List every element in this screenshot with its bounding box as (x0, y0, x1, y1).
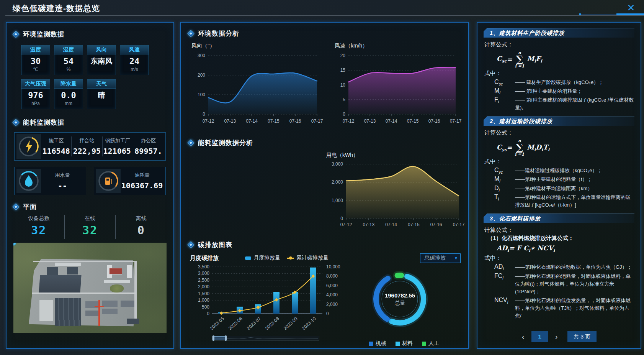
definition-text: ——建材运输过程碳排放（kgCO₂e）； (515, 167, 634, 174)
svg-text:6,000: 6,000 (326, 283, 338, 288)
formula-expression: Cys = n∑i =1MiDiTi (497, 139, 634, 156)
stat-value: 32 (13, 224, 64, 237)
legend-item-月度排放量[interactable]: 月度排放量 (245, 255, 280, 261)
formula-term: Ti (543, 143, 549, 152)
metric-label: 拌合站 (72, 137, 101, 144)
env-tile: 风速24m/s (120, 45, 149, 75)
sum-symbol: n∑i =1 (515, 139, 524, 156)
section-title: 碳排放图表 (198, 240, 232, 249)
metric-label: 办公区 (134, 137, 163, 144)
line-chart-canvas: 0510152007-1207-1307-1407-1507-1607-17 (332, 51, 462, 126)
definition-symbol: Fi (494, 96, 515, 104)
definition-row: NCVi——第i种化石燃料的低位发热量，，对固体或液体燃料，单位为吉焦/吨（TJ… (494, 297, 634, 320)
legend-square-icon (369, 342, 373, 346)
slider-handle-left[interactable] (212, 335, 214, 341)
energy-analysis-header: 能耗监测数据分析 (188, 137, 461, 148)
device-stats-row: 设备总数32在线32离线0 (13, 215, 167, 239)
metric-value: 121065. (103, 146, 132, 156)
symbol-definitions: ADi——第i种化石燃料的活动数据，单位为吉焦（GJ）；FCi——第i种化石燃料… (494, 263, 634, 320)
svg-text:1,500: 1,500 (198, 291, 209, 296)
energy-zone-column: 拌合站222,95 (71, 136, 102, 156)
env-tile-unit: m/s (120, 67, 149, 73)
symbol-definitions: Cyc——建材运输过程碳排放（kgCO₂e）；Mi——第i种主要建材的消耗量（t… (494, 167, 634, 209)
svg-text:0: 0 (326, 311, 329, 316)
svg-text:1,000: 1,000 (198, 297, 209, 303)
legend-square-icon (396, 342, 400, 346)
definition-text: ——第i种建材平均运输距离（km） (515, 185, 634, 192)
carbon-chart-legend: 月度排放量累计碳排放量 (245, 255, 329, 261)
definition-row: Di——第i种建材平均运输距离（km） (494, 185, 634, 192)
env-tile-unit: hPa (21, 101, 50, 107)
close-button[interactable]: ✕ (625, 2, 637, 14)
definition-symbol: Mi (494, 87, 515, 95)
formula-term: = (507, 56, 512, 63)
photo-crane (98, 300, 100, 326)
formula-label: 计算公式： (484, 41, 634, 48)
carbon-total-gauge: 1960782.55 总量 机械材料人工 (364, 264, 449, 347)
diamond-icon (187, 241, 194, 248)
photo-building (127, 265, 132, 278)
pagination: ‹ 1 › 共 3 页 (520, 331, 597, 342)
env-tile-value: 晴 (87, 89, 116, 101)
middle-panel: 环境数据分析 风向（°） 010020030007-1207-1307-1407… (180, 22, 469, 349)
formula-term: Di (536, 143, 543, 152)
next-page-button[interactable]: › (554, 332, 559, 342)
carbon-type-dropdown[interactable]: 总碳排放 ▼ (420, 253, 461, 263)
svg-text:3,000: 3,000 (198, 271, 209, 276)
legend-label: 机械 (376, 340, 386, 347)
where-label: 式中： (484, 255, 634, 262)
chart-title: 用电（kWh） (323, 152, 466, 160)
svg-text:8,000: 8,000 (326, 273, 338, 279)
carbon-chart-canvas: 05001,0001,5002,0002,5003,0003,50002,000… (188, 264, 349, 334)
top-scrollbar-dot (579, 13, 581, 15)
definition-symbol: Csc (494, 79, 515, 86)
current-page-button[interactable]: 1 (531, 331, 548, 342)
env-tile-label: 降水量 (54, 79, 83, 89)
definition-row: Mi——第i种主要建材的消耗量（t）； (494, 176, 634, 183)
legend-item-累计碳排放量[interactable]: 累计碳排放量 (287, 255, 329, 261)
svg-text:0: 0 (207, 311, 209, 316)
chart-range-slider[interactable] (212, 336, 319, 340)
energy-section-header: 能耗监测数据 (13, 117, 167, 128)
svg-text:07-13: 07-13 (224, 118, 236, 124)
diamond-icon (187, 139, 194, 146)
photo-building (85, 311, 99, 316)
definition-text: ——第i种化石燃料的低位发热量，，对固体或液体燃料，单位为吉焦/吨（TJ/t）；… (515, 297, 634, 320)
metric-label: 施工区 (42, 137, 70, 144)
chevron-down-icon: ▼ (454, 256, 458, 260)
svg-text:2023-07: 2023-07 (246, 316, 262, 331)
gauge-legend-item-机械[interactable]: 机械 (369, 340, 386, 347)
env-tile-value: 东南风 (87, 54, 116, 67)
env-tile-value: 24 (120, 54, 149, 67)
svg-text:300: 300 (198, 53, 205, 58)
wind-direction-chart: 风向（°） 010020030007-1207-1307-1407-1507-1… (188, 43, 323, 127)
prev-page-button[interactable]: ‹ (520, 332, 526, 342)
symbol-definitions: Csc—— 建材生产阶段碳排放（kgCO₂e）；Mi—— 第i种主要建材的消耗量… (494, 79, 634, 112)
formula-sub-label: （1）化石燃料燃烧排放计算公式： (487, 235, 634, 242)
device-marker[interactable] (13, 243, 15, 244)
gauge-legend-item-人工[interactable]: 人工 (422, 340, 439, 347)
env-tile-value: 30 (21, 54, 50, 67)
photo-building (39, 275, 81, 293)
formula-label: 计算公式： (484, 129, 634, 136)
where-label: 式中： (484, 158, 634, 165)
photo-building (104, 280, 130, 283)
line-chart-canvas: 01,0002,0003,00007-1207-1307-1407-1507-1… (323, 160, 466, 229)
wind-speed-chart: 风速（km/h） 0510152007-1207-1307-1407-1507-… (332, 43, 462, 127)
diamond-icon (12, 31, 19, 38)
photo-building (47, 267, 58, 275)
env-tile-label: 风速 (120, 45, 149, 54)
svg-text:2023-05: 2023-05 (209, 316, 225, 331)
svg-text:3,500: 3,500 (198, 264, 209, 270)
slider-selection[interactable] (213, 336, 226, 340)
chart-title: 风向（°） (188, 43, 323, 51)
svg-text:2023-08: 2023-08 (264, 316, 280, 331)
sum-lower: i =1 (515, 152, 524, 156)
stat-value: 32 (65, 224, 116, 237)
page-title: 绿色低碳建造-数据总览 (13, 3, 100, 14)
svg-text:4,000: 4,000 (326, 292, 338, 297)
definition-symbol: NCVi (494, 297, 515, 304)
sigma-icon: ∑ (516, 55, 523, 64)
slider-handle-right[interactable] (225, 335, 227, 341)
gauge-legend-item-材料[interactable]: 材料 (396, 340, 413, 347)
